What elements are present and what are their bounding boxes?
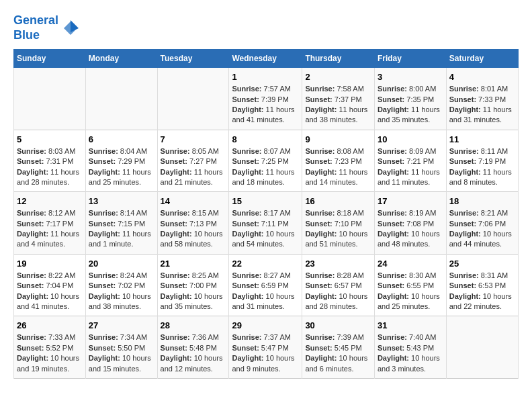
calendar-day-cell: 17Sunrise: 8:19 AMSunset: 7:08 PMDayligh…	[374, 192, 446, 255]
day-info: Sunrise: 7:36 AMSunset: 5:48 PMDaylight:…	[161, 332, 226, 374]
day-number: 4	[449, 72, 515, 82]
header-day: Monday	[85, 50, 157, 68]
day-number: 6	[89, 134, 154, 144]
day-number: 8	[232, 134, 299, 144]
day-info: Sunrise: 8:19 AMSunset: 7:08 PMDaylight:…	[378, 208, 443, 250]
calendar-day-cell: 31Sunrise: 7:40 AMSunset: 5:43 PMDayligh…	[374, 316, 446, 379]
day-number: 9	[305, 134, 371, 144]
calendar-day-cell	[157, 68, 229, 130]
day-number: 24	[378, 259, 443, 269]
page-header: GeneralBlue	[13, 13, 519, 42]
calendar-day-cell	[85, 68, 157, 130]
calendar-day-cell: 4Sunrise: 8:01 AMSunset: 7:33 PMDaylight…	[446, 68, 518, 130]
calendar-day-cell: 10Sunrise: 8:09 AMSunset: 7:21 PMDayligh…	[374, 130, 446, 192]
day-number: 3	[378, 72, 443, 82]
calendar-day-cell: 5Sunrise: 8:03 AMSunset: 7:31 PMDaylight…	[14, 130, 86, 192]
calendar-day-cell: 28Sunrise: 7:36 AMSunset: 5:48 PMDayligh…	[157, 316, 229, 379]
day-number: 19	[17, 259, 83, 269]
day-number: 20	[89, 259, 154, 269]
day-info: Sunrise: 7:39 AMSunset: 5:45 PMDaylight:…	[305, 332, 371, 374]
day-info: Sunrise: 8:07 AMSunset: 7:25 PMDaylight:…	[232, 146, 299, 188]
day-info: Sunrise: 7:40 AMSunset: 5:43 PMDaylight:…	[378, 332, 443, 374]
calendar-day-cell: 12Sunrise: 8:12 AMSunset: 7:17 PMDayligh…	[14, 192, 86, 255]
day-number: 2	[305, 72, 371, 82]
day-number: 10	[378, 134, 443, 144]
header-day: Sunday	[14, 50, 86, 68]
day-info: Sunrise: 8:25 AMSunset: 7:00 PMDaylight:…	[161, 271, 226, 312]
day-info: Sunrise: 8:24 AMSunset: 7:02 PMDaylight:…	[89, 271, 154, 312]
day-info: Sunrise: 8:18 AMSunset: 7:10 PMDaylight:…	[305, 208, 371, 250]
calendar-table: SundayMondayTuesdayWednesdayThursdayFrid…	[13, 49, 519, 379]
calendar-day-cell: 15Sunrise: 8:17 AMSunset: 7:11 PMDayligh…	[229, 192, 302, 255]
day-info: Sunrise: 7:37 AMSunset: 5:47 PMDaylight:…	[232, 332, 299, 374]
logo: GeneralBlue	[13, 13, 80, 42]
calendar-day-cell: 3Sunrise: 8:00 AMSunset: 7:35 PMDaylight…	[374, 68, 446, 130]
calendar-day-cell: 20Sunrise: 8:24 AMSunset: 7:02 PMDayligh…	[85, 254, 157, 316]
calendar-week-row: 19Sunrise: 8:22 AMSunset: 7:04 PMDayligh…	[14, 254, 519, 316]
calendar-week-row: 1Sunrise: 7:57 AMSunset: 7:39 PMDaylight…	[14, 68, 519, 130]
day-number: 13	[89, 196, 154, 206]
day-info: Sunrise: 7:33 AMSunset: 5:52 PMDaylight:…	[17, 332, 83, 374]
day-info: Sunrise: 8:31 AMSunset: 6:53 PMDaylight:…	[449, 271, 515, 312]
day-number: 23	[305, 259, 371, 269]
calendar-day-cell: 24Sunrise: 8:30 AMSunset: 6:55 PMDayligh…	[374, 254, 446, 316]
day-number: 15	[232, 196, 299, 206]
day-info: Sunrise: 8:28 AMSunset: 6:57 PMDaylight:…	[305, 271, 371, 312]
day-number: 26	[17, 320, 83, 330]
header-day: Tuesday	[157, 50, 229, 68]
calendar-day-cell: 1Sunrise: 7:57 AMSunset: 7:39 PMDaylight…	[229, 68, 302, 130]
calendar-day-cell: 30Sunrise: 7:39 AMSunset: 5:45 PMDayligh…	[302, 316, 375, 379]
day-info: Sunrise: 8:09 AMSunset: 7:21 PMDaylight:…	[378, 146, 443, 188]
calendar-week-row: 5Sunrise: 8:03 AMSunset: 7:31 PMDaylight…	[14, 130, 519, 192]
header-day: Friday	[374, 50, 446, 68]
calendar-day-cell: 19Sunrise: 8:22 AMSunset: 7:04 PMDayligh…	[14, 254, 86, 316]
logo-icon	[61, 19, 80, 38]
day-number: 22	[232, 259, 299, 269]
day-info: Sunrise: 7:34 AMSunset: 5:50 PMDaylight:…	[89, 332, 154, 374]
calendar-day-cell: 18Sunrise: 8:21 AMSunset: 7:06 PMDayligh…	[446, 192, 518, 255]
day-number: 25	[449, 259, 515, 269]
day-info: Sunrise: 8:05 AMSunset: 7:27 PMDaylight:…	[161, 146, 226, 188]
day-info: Sunrise: 8:21 AMSunset: 7:06 PMDaylight:…	[449, 208, 515, 250]
calendar-day-cell: 14Sunrise: 8:15 AMSunset: 7:13 PMDayligh…	[157, 192, 229, 255]
day-info: Sunrise: 8:00 AMSunset: 7:35 PMDaylight:…	[378, 84, 443, 126]
calendar-week-row: 26Sunrise: 7:33 AMSunset: 5:52 PMDayligh…	[14, 316, 519, 379]
calendar-day-cell: 29Sunrise: 7:37 AMSunset: 5:47 PMDayligh…	[229, 316, 302, 379]
calendar-day-cell: 22Sunrise: 8:27 AMSunset: 6:59 PMDayligh…	[229, 254, 302, 316]
day-info: Sunrise: 8:12 AMSunset: 7:17 PMDaylight:…	[17, 208, 83, 250]
calendar-day-cell: 9Sunrise: 8:08 AMSunset: 7:23 PMDaylight…	[302, 130, 375, 192]
calendar-day-cell: 26Sunrise: 7:33 AMSunset: 5:52 PMDayligh…	[14, 316, 86, 379]
day-info: Sunrise: 8:08 AMSunset: 7:23 PMDaylight:…	[305, 146, 371, 188]
day-number: 14	[161, 196, 226, 206]
calendar-day-cell: 25Sunrise: 8:31 AMSunset: 6:53 PMDayligh…	[446, 254, 518, 316]
header-day: Saturday	[446, 50, 518, 68]
day-info: Sunrise: 8:15 AMSunset: 7:13 PMDaylight:…	[161, 208, 226, 250]
day-info: Sunrise: 8:30 AMSunset: 6:55 PMDaylight:…	[378, 271, 443, 312]
calendar-day-cell: 23Sunrise: 8:28 AMSunset: 6:57 PMDayligh…	[302, 254, 375, 316]
calendar-day-cell: 2Sunrise: 7:58 AMSunset: 7:37 PMDaylight…	[302, 68, 375, 130]
day-number: 29	[232, 320, 299, 330]
day-number: 30	[305, 320, 371, 330]
day-number: 27	[89, 320, 154, 330]
header-row: SundayMondayTuesdayWednesdayThursdayFrid…	[14, 50, 519, 68]
header-day: Thursday	[302, 50, 375, 68]
day-number: 1	[232, 72, 299, 82]
day-info: Sunrise: 8:04 AMSunset: 7:29 PMDaylight:…	[89, 146, 154, 188]
day-info: Sunrise: 7:58 AMSunset: 7:37 PMDaylight:…	[305, 84, 371, 126]
calendar-day-cell	[14, 68, 86, 130]
calendar-day-cell: 6Sunrise: 8:04 AMSunset: 7:29 PMDaylight…	[85, 130, 157, 192]
header-day: Wednesday	[229, 50, 302, 68]
day-info: Sunrise: 8:11 AMSunset: 7:19 PMDaylight:…	[449, 146, 515, 188]
calendar-day-cell: 16Sunrise: 8:18 AMSunset: 7:10 PMDayligh…	[302, 192, 375, 255]
day-number: 31	[378, 320, 443, 330]
day-info: Sunrise: 8:22 AMSunset: 7:04 PMDaylight:…	[17, 271, 83, 312]
calendar-day-cell	[446, 316, 518, 379]
day-info: Sunrise: 8:17 AMSunset: 7:11 PMDaylight:…	[232, 208, 299, 250]
day-number: 7	[161, 134, 226, 144]
calendar-day-cell: 13Sunrise: 8:14 AMSunset: 7:15 PMDayligh…	[85, 192, 157, 255]
day-info: Sunrise: 8:03 AMSunset: 7:31 PMDaylight:…	[17, 146, 83, 188]
calendar-day-cell: 8Sunrise: 8:07 AMSunset: 7:25 PMDaylight…	[229, 130, 302, 192]
calendar-day-cell: 7Sunrise: 8:05 AMSunset: 7:27 PMDaylight…	[157, 130, 229, 192]
calendar-day-cell: 27Sunrise: 7:34 AMSunset: 5:50 PMDayligh…	[85, 316, 157, 379]
day-number: 11	[449, 134, 515, 144]
